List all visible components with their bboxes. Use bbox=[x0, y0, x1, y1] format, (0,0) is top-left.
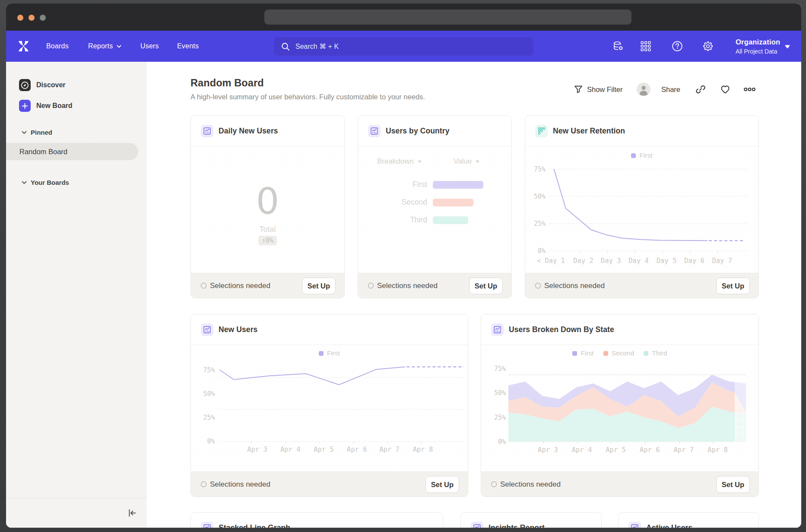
insights-card-icon bbox=[628, 522, 641, 528]
retention-chart: 75%50%25%0%Day 1Day 2Day 3Day 4Day 5Day … bbox=[525, 146, 758, 274]
setup-button[interactable]: Set Up bbox=[716, 277, 750, 294]
nav-item-label: Boards bbox=[46, 42, 69, 50]
sidebar-section-your-boards[interactable]: Your Boards bbox=[22, 179, 69, 186]
svg-text:Day 7: Day 7 bbox=[712, 257, 732, 265]
card-title: New User Retention bbox=[553, 127, 625, 136]
svg-text:25%: 25% bbox=[494, 414, 506, 421]
address-bar[interactable] bbox=[264, 10, 631, 25]
svg-text:Apr 4: Apr 4 bbox=[280, 446, 301, 453]
card-header: Users by Country bbox=[358, 116, 511, 146]
svg-text:Day 4: Day 4 bbox=[628, 257, 649, 265]
card-insights-report: Insights Report bbox=[460, 512, 602, 528]
show-filter-button[interactable]: Show Filter bbox=[574, 82, 623, 96]
copy-link-button[interactable] bbox=[695, 82, 706, 96]
status-text: Selections needed bbox=[544, 282, 605, 290]
card-footer: Selections neededSet Up bbox=[358, 273, 511, 298]
value-dropdown[interactable]: Value bbox=[454, 157, 480, 166]
svg-text:0%: 0% bbox=[538, 247, 546, 255]
chevron-down-icon bbox=[475, 160, 480, 163]
setup-button[interactable]: Set Up bbox=[425, 476, 459, 493]
zoom-window-button[interactable] bbox=[40, 15, 46, 21]
card-body: First75%50%25%0%Apr 3Apr 4Apr 5Apr 6Apr … bbox=[191, 345, 468, 472]
nav-item-boards[interactable]: Boards bbox=[46, 31, 69, 62]
svg-text:25%: 25% bbox=[203, 414, 215, 421]
org-labels: Organization All Project Data bbox=[736, 38, 780, 55]
chevron-down-icon bbox=[785, 45, 790, 48]
nav-item-label: Reports bbox=[88, 42, 113, 50]
search-input[interactable]: Search ⌘ + K bbox=[274, 37, 533, 56]
insights-chart-icon bbox=[631, 524, 638, 528]
svg-text:<: < bbox=[537, 257, 541, 265]
insights-chart-icon bbox=[203, 127, 211, 135]
card-title: Insights Report bbox=[489, 523, 545, 528]
setup-button[interactable]: Set Up bbox=[302, 277, 336, 294]
status-circle-icon bbox=[491, 481, 497, 487]
minimize-window-button[interactable] bbox=[29, 15, 35, 21]
svg-text:75%: 75% bbox=[534, 165, 546, 173]
card-title: Daily New Users bbox=[219, 127, 278, 136]
card-daily-new-users: Daily New Users0Total↑0%Selections neede… bbox=[190, 115, 345, 298]
org-switcher[interactable]: Organization All Project Data bbox=[736, 31, 780, 62]
compass-icon bbox=[20, 81, 29, 90]
favorite-button[interactable] bbox=[720, 82, 730, 96]
bar-label-second: Second bbox=[358, 198, 427, 207]
insights-card-icon bbox=[201, 323, 213, 336]
retention-card-icon bbox=[535, 125, 548, 137]
bar-label-first: First bbox=[358, 180, 427, 189]
retention-grid-icon bbox=[538, 127, 546, 135]
card-title: Users Broken Down By State bbox=[509, 325, 614, 334]
share-button[interactable]: Share bbox=[661, 82, 680, 96]
status-circle-icon bbox=[535, 283, 541, 288]
status-text: Selections needed bbox=[377, 282, 438, 290]
sidebar-item-random-board[interactable]: Random Board bbox=[6, 143, 138, 160]
svg-text:50%: 50% bbox=[534, 193, 546, 200]
svg-text:Day 5: Day 5 bbox=[657, 257, 677, 265]
collapse-sidebar-button[interactable] bbox=[126, 507, 138, 519]
svg-text:75%: 75% bbox=[203, 366, 215, 374]
svg-text:25%: 25% bbox=[534, 220, 546, 228]
sidebar-divider bbox=[6, 498, 147, 498]
more-options-button[interactable] bbox=[744, 82, 758, 96]
svg-text:0%: 0% bbox=[207, 437, 215, 445]
card-stacked-line-graph: Stacked Line Graph bbox=[190, 512, 443, 528]
link-icon bbox=[695, 84, 706, 95]
status-circle-icon bbox=[368, 283, 374, 288]
svg-text:Apr 7: Apr 7 bbox=[379, 446, 400, 453]
card-title: Users by Country bbox=[386, 127, 449, 136]
svg-text:75%: 75% bbox=[494, 365, 506, 373]
card-title: New Users bbox=[219, 325, 257, 334]
svg-text:Day 2: Day 2 bbox=[573, 257, 593, 265]
nav-item-reports[interactable]: Reports bbox=[88, 31, 121, 62]
stacked-area-chart: 75%50%25%0%Apr 3Apr 4Apr 5Apr 6Apr 7Apr … bbox=[481, 345, 758, 472]
sidebar-item-new-board[interactable]: New Board bbox=[19, 100, 73, 112]
svg-text:0%: 0% bbox=[498, 438, 506, 446]
settings-gear-icon[interactable] bbox=[702, 41, 714, 52]
help-icon[interactable] bbox=[672, 41, 683, 52]
card-new-user-retention: New User RetentionFirst75%50%25%0%Day 1D… bbox=[525, 115, 759, 298]
insights-chart-icon bbox=[203, 524, 211, 528]
sidebar-section-pinned[interactable]: Pinned bbox=[22, 129, 52, 136]
data-management-icon[interactable] bbox=[612, 41, 624, 52]
nav-item-label: Events bbox=[177, 42, 199, 50]
card-header: Stacked Line Graph bbox=[191, 513, 443, 528]
setup-button[interactable]: Set Up bbox=[716, 476, 750, 493]
sidebar-item-discover[interactable]: Discover bbox=[19, 79, 66, 91]
setup-button[interactable]: Set Up bbox=[469, 277, 503, 294]
card-header: Active Users bbox=[619, 513, 758, 528]
close-window-button[interactable] bbox=[17, 15, 23, 21]
insights-card-icon bbox=[201, 125, 213, 137]
svg-text:Day 3: Day 3 bbox=[601, 257, 621, 265]
nav-item-users[interactable]: Users bbox=[140, 31, 159, 62]
avatar[interactable] bbox=[637, 82, 651, 96]
mixpanel-logo-icon[interactable] bbox=[18, 41, 29, 52]
nav-item-events[interactable]: Events bbox=[177, 31, 199, 62]
bar-label-third: Third bbox=[358, 215, 427, 225]
nav-item-label: Users bbox=[140, 42, 159, 50]
svg-text:Apr 5: Apr 5 bbox=[606, 446, 626, 454]
insights-card-icon bbox=[471, 522, 483, 528]
apps-grid-icon[interactable] bbox=[640, 41, 651, 52]
card-body: BreakdownValueFirstSecondThird bbox=[358, 146, 511, 274]
breakdown-dropdown[interactable]: Breakdown bbox=[377, 157, 422, 166]
card-title: Active Users bbox=[646, 523, 692, 528]
bar-second bbox=[433, 199, 473, 206]
